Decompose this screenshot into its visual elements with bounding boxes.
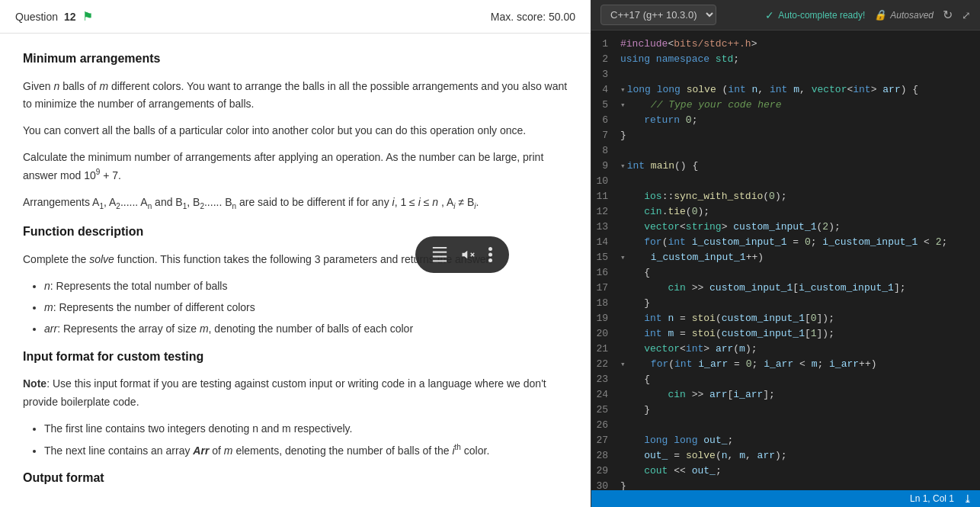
line-num-6: 6 [591, 113, 620, 128]
refresh-button[interactable]: ↻ [943, 8, 953, 22]
line-content-1: #include<bits/stdc++.h> [620, 37, 980, 52]
line-num-11: 11 [591, 189, 620, 204]
line-content-18: } [620, 296, 980, 311]
line-content-17: cin >> custom_input_1[i_custom_input_1]; [620, 281, 980, 296]
code-line-8: 8 [591, 143, 980, 159]
code-line-1: 1 #include<bits/stdc++.h> [591, 37, 980, 52]
code-line-30: 30 } [591, 479, 980, 490]
line-content-29: cout << out_; [620, 464, 980, 479]
code-line-24: 24 cin >> arr[i_arr]; [591, 387, 980, 403]
arrangements-text: Arrangements A1, A2...... An and B1, B2.… [23, 194, 568, 213]
param-m: m: Represents the number of different co… [44, 299, 568, 316]
question-label: Question 12 ⚑ [15, 9, 93, 24]
line-num-28: 28 [591, 448, 620, 464]
code-line-6: 6 return 0; [591, 113, 980, 128]
line-content-27: long long out_; [620, 433, 980, 448]
check-icon: ✓ [765, 9, 774, 21]
problem-desc-3: Calculate the minimum number of arrangem… [23, 149, 568, 185]
line-num-13: 13 [591, 220, 620, 235]
line-num-5: 5 [591, 98, 620, 113]
collapse-5[interactable]: ▾ [620, 101, 626, 110]
line-content-23: { [620, 372, 980, 387]
line-num-24: 24 [591, 387, 620, 403]
code-line-15: 15 ▾ i_custom_input_1++) [591, 250, 980, 265]
collapse-9[interactable]: ▾ [620, 162, 626, 171]
line-content-24: cin >> arr[i_arr]; [620, 387, 980, 403]
editor-footer: Ln 1, Col 1 ⤓ [591, 490, 980, 507]
collapse-22[interactable]: ▾ [620, 360, 626, 369]
code-line-19: 19 int n = stoi(custom_input_1[0]); [591, 311, 980, 326]
code-line-25: 25 } [591, 403, 980, 418]
code-line-17: 17 cin >> custom_input_1[i_custom_input_… [591, 281, 980, 296]
line-num-20: 20 [591, 326, 620, 342]
line-num-3: 3 [591, 67, 620, 82]
scroll-button[interactable]: ⤓ [963, 493, 972, 505]
code-line-21: 21 vector<int> arr(m); [591, 342, 980, 357]
line-num-9: 9 [591, 159, 620, 174]
question-number: 12 [64, 11, 76, 23]
line-num-29: 29 [591, 464, 620, 479]
code-line-7: 7 } [591, 128, 980, 143]
code-line-27: 27 long long out_; [591, 433, 980, 448]
params-list: n: Represents the total number of balls … [23, 278, 568, 338]
line-content-6: return 0; [620, 113, 980, 128]
svg-point-6 [488, 247, 492, 251]
line-content-20: int m = stoi(custom_input_1[1]); [620, 326, 980, 342]
line-content-5: ▾ // Type your code here [620, 98, 980, 113]
line-num-26: 26 [591, 418, 620, 433]
line-content-9: ▾int main() { [620, 159, 980, 174]
line-content-14: for(int i_custom_input_1 = 0; i_custom_i… [620, 235, 980, 250]
line-num-12: 12 [591, 204, 620, 220]
video-more-button[interactable] [488, 247, 492, 262]
line-num-18: 18 [591, 296, 620, 311]
line-num-21: 21 [591, 342, 620, 357]
expand-icon: ⤢ [962, 9, 971, 21]
collapse-4[interactable]: ▾ [620, 85, 626, 95]
line-num-16: 16 [591, 265, 620, 281]
language-select[interactable]: C++17 (g++ 10.3.0) [600, 5, 716, 25]
line-num-22: 22 [591, 357, 620, 372]
line-num-14: 14 [591, 235, 620, 250]
code-line-11: 11 ios::sync_with_stdio(0); [591, 189, 980, 204]
autocomplete-label: Auto-complete ready! [778, 10, 865, 21]
content-area: Minimum arrangements Given n balls of m … [0, 34, 591, 507]
problem-desc-1: Given n balls of m different colors. You… [23, 78, 568, 113]
line-content-12: cin.tie(0); [620, 204, 980, 220]
code-line-18: 18 } [591, 296, 980, 311]
line-content-11: ios::sync_with_stdio(0); [620, 189, 980, 204]
line-num-1: 1 [591, 37, 620, 52]
input-title: Input format for custom testing [23, 347, 568, 367]
line-num-30: 30 [591, 479, 620, 490]
line-content-19: int n = stoi(custom_input_1[0]); [620, 311, 980, 326]
video-mute-button[interactable] [460, 248, 476, 262]
code-line-10: 10 [591, 174, 980, 189]
top-bar: Question 12 ⚑ Max. score: 50.00 [0, 0, 591, 34]
input-line-2: The next line contains an array Arr of m… [44, 441, 568, 459]
line-content-7: } [620, 128, 980, 143]
line-content-13: vector<string> custom_input_1(2); [620, 220, 980, 235]
code-line-29: 29 cout << out_; [591, 464, 980, 479]
line-num-15: 15 [591, 250, 620, 265]
line-content-2: using namespace std; [620, 52, 980, 67]
code-line-13: 13 vector<string> custom_input_1(2); [591, 220, 980, 235]
line-num-8: 8 [591, 143, 620, 159]
video-overlay [415, 236, 509, 273]
line-num-27: 27 [591, 433, 620, 448]
code-line-4: 4 ▾long long solve (int n, int m, vector… [591, 82, 980, 98]
output-title: Output format [23, 468, 568, 488]
autosaved-label: Autosaved [890, 10, 934, 21]
code-line-3: 3 [591, 67, 980, 82]
line-content-22: ▾ for(int i_arr = 0; i_arr < m; i_arr++) [620, 357, 980, 372]
lock-icon: 🔒 [874, 9, 886, 21]
autocomplete-status: ✓ Auto-complete ready! [765, 9, 865, 21]
code-editor[interactable]: 1 #include<bits/stdc++.h> 2 using namesp… [591, 30, 980, 490]
code-line-12: 12 cin.tie(0); [591, 204, 980, 220]
flag-icon[interactable]: ⚑ [82, 9, 93, 24]
line-content-4: ▾long long solve (int n, int m, vector<i… [620, 82, 980, 98]
code-line-20: 20 int m = stoi(custom_input_1[1]); [591, 326, 980, 342]
line-num-23: 23 [591, 372, 620, 387]
code-line-9: 9 ▾int main() { [591, 159, 980, 174]
collapse-15[interactable]: ▾ [620, 253, 626, 262]
line-content-15: ▾ i_custom_input_1++) [620, 250, 980, 265]
video-play-button[interactable] [432, 247, 447, 262]
